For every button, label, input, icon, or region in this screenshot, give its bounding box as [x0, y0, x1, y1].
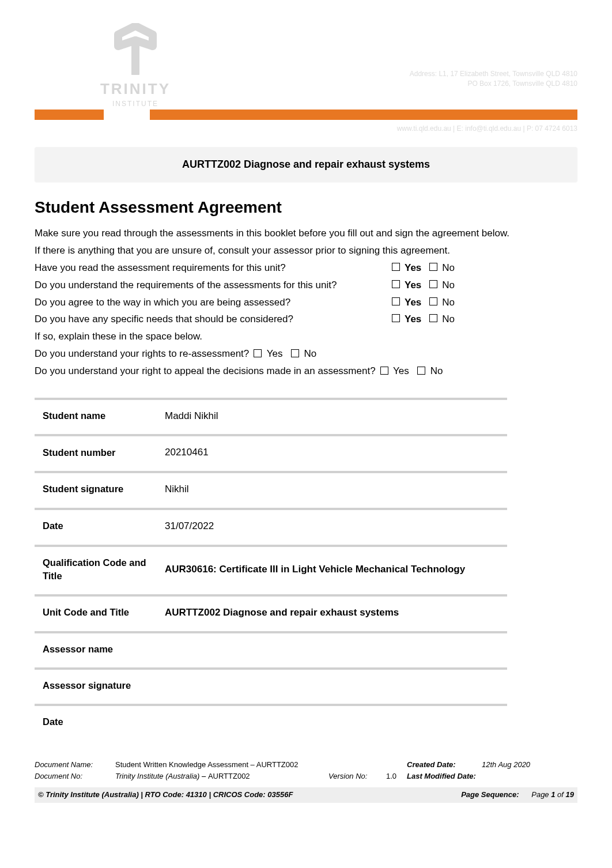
checkbox-no-icon[interactable]	[429, 280, 437, 288]
section-heading: Student Assessment Agreement	[35, 196, 577, 218]
lastmod-label: Last Modified Date:	[407, 771, 482, 782]
table-row-label: Assessor name	[35, 631, 157, 664]
option-yes: Yes	[405, 261, 421, 275]
table-row: Unit Code and TitleAURTTZ002 Diagnose an…	[35, 594, 507, 628]
accent-bar-right	[150, 110, 577, 120]
checkbox-yes-icon[interactable]	[392, 297, 400, 305]
table-row-value: Nikhil	[157, 471, 507, 504]
created-value: 12th Aug 2020	[482, 760, 545, 770]
option-yes: Yes	[405, 278, 421, 292]
option-no: No	[430, 365, 443, 376]
checkbox-yes-icon[interactable]	[380, 367, 388, 375]
table-row: Assessor name	[35, 631, 507, 664]
option-no: No	[442, 278, 455, 292]
option-no: No	[442, 296, 455, 310]
table-row-label: Student name	[35, 398, 157, 431]
docname-value: Student Written Knowledge Assessment – A…	[115, 760, 328, 770]
intro-block: Make sure you read through the assessmen…	[35, 227, 577, 258]
checkbox-no-icon[interactable]	[291, 349, 299, 357]
table-row-value	[157, 631, 507, 664]
address-web: www.ti.qld.edu.au | E: info@ti.qld.edu.a…	[397, 124, 577, 134]
logo-subtext: INSTITUTE	[86, 99, 184, 109]
table-row-label: Date	[35, 508, 157, 541]
document-footer: Document Name: Student Written Knowledge…	[35, 760, 577, 803]
checkbox-yes-icon[interactable]	[392, 280, 400, 288]
table-row: Student number20210461	[35, 434, 507, 467]
address-line1: Address: L1, 17 Elizabeth Street, Townsv…	[410, 69, 577, 79]
checkbox-no-icon[interactable]	[429, 297, 437, 305]
checkbox-no-icon[interactable]	[429, 314, 437, 322]
table-row: Date	[35, 704, 507, 737]
checkbox-no-icon[interactable]	[429, 263, 437, 271]
option-no: No	[442, 312, 455, 326]
table-row-value: Maddi Nikhil	[157, 398, 507, 431]
docno-prefix: Trinity Institute (Australia) –	[115, 772, 208, 780]
address-line2: PO Box 1726, Townsville QLD 4810	[410, 79, 577, 89]
table-row-label: Student signature	[35, 471, 157, 504]
docno-code: AURTTZ002	[208, 772, 250, 780]
table-row-label: Qualification Code and Title	[35, 545, 157, 591]
table-row: Student signatureNikhil	[35, 471, 507, 504]
table-row-value: 31/07/2022	[157, 508, 507, 541]
document-header: TRINITY INSTITUTE Address: L1, 17 Elizab…	[35, 23, 577, 130]
table-row-label: Unit Code and Title	[35, 594, 157, 628]
question-text: If so, explain these in the space below.	[35, 330, 392, 344]
address-block: Address: L1, 17 Elizabeth Street, Townsv…	[410, 69, 577, 89]
version-value: 1.0	[386, 771, 407, 782]
option-yes: Yes	[405, 312, 421, 326]
option-yes: Yes	[267, 348, 283, 359]
unit-title-band: AURTTZ002 Diagnose and repair exhaust sy…	[35, 147, 577, 182]
option-yes: Yes	[393, 365, 409, 376]
docno-value: Trinity Institute (Australia) – AURTTZ00…	[115, 771, 328, 782]
table-row-value: AUR30616: Certificate III in Light Vehic…	[157, 545, 507, 591]
agreement-table: Student name Maddi NikhilStudent number2…	[35, 394, 507, 740]
question-text: Do you understand the requirements of th…	[35, 278, 392, 292]
option-no: No	[442, 261, 455, 275]
option-yes: Yes	[405, 296, 421, 310]
question-text: Do you understand your rights to re-asse…	[35, 347, 249, 361]
question-text: Do you understand your right to appeal t…	[35, 364, 376, 378]
page-prefix: Page	[531, 790, 551, 799]
created-label: Created Date:	[407, 760, 482, 770]
version-label: Version No:	[328, 771, 386, 782]
accent-bar-left	[35, 110, 104, 120]
page-of: of	[555, 790, 565, 799]
pageseq-label: Page Sequence:	[461, 790, 519, 799]
question-text: Have you read the assessment requirement…	[35, 261, 392, 275]
table-row-value	[157, 704, 507, 737]
option-no: No	[304, 348, 316, 359]
table-row: Qualification Code and TitleAUR30616: Ce…	[35, 545, 507, 591]
intro-p1: Make sure you read through the assessmen…	[35, 227, 577, 240]
logo-mark-icon	[112, 23, 158, 75]
checkbox-yes-icon[interactable]	[254, 349, 262, 357]
checkbox-yes-icon[interactable]	[392, 314, 400, 322]
table-row: Assessor signature	[35, 667, 507, 700]
question-text: Do you have any specific needs that shou…	[35, 312, 392, 326]
questions-block: Have you read the assessment requirement…	[35, 261, 577, 378]
table-row-value	[157, 667, 507, 700]
docname-label: Document Name:	[35, 760, 115, 770]
question-text: Do you agree to the way in which you are…	[35, 296, 392, 310]
table-row: Date31/07/2022	[35, 508, 507, 541]
checkbox-no-icon[interactable]	[417, 367, 425, 375]
table-row-value: 20210461	[157, 434, 507, 467]
table-row-label: Assessor signature	[35, 667, 157, 700]
logo-text: TRINITY	[86, 78, 184, 99]
table-row-label: Date	[35, 704, 157, 737]
docno-label: Document No:	[35, 771, 115, 782]
intro-p2: If there is anything that you are unsure…	[35, 244, 577, 258]
table-row-value: AURTTZ002 Diagnose and repair exhaust sy…	[157, 594, 507, 628]
copyright-line: © Trinity Institute (Australia) | RTO Co…	[38, 790, 293, 800]
table-row: Student name Maddi Nikhil	[35, 398, 507, 431]
table-row-label: Student number	[35, 434, 157, 467]
page-total: 19	[566, 790, 574, 799]
logo: TRINITY INSTITUTE	[86, 23, 184, 109]
checkbox-yes-icon[interactable]	[392, 263, 400, 271]
